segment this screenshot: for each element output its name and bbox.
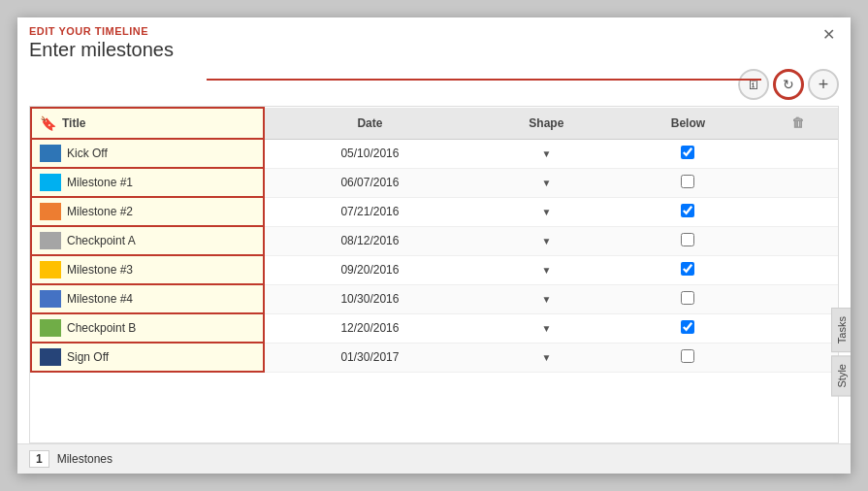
bookmark-icon: 🔖 bbox=[40, 115, 56, 131]
delete-cell bbox=[758, 255, 838, 284]
table-row: Milestone #3 09/20/2016▼ bbox=[31, 255, 838, 284]
table-row: Milestone #2 07/21/2016▼ bbox=[31, 197, 838, 226]
color-swatch bbox=[40, 174, 61, 191]
below-checkbox[interactable] bbox=[681, 291, 694, 305]
date-cell: 07/21/2016 bbox=[264, 197, 475, 226]
table-container: 🔖 Title Date Shape Below 🗑 bbox=[29, 106, 839, 443]
delete-cell bbox=[758, 343, 838, 372]
below-cell bbox=[618, 226, 758, 255]
shape-icon[interactable]: ▼ bbox=[541, 207, 551, 217]
row-title: Checkpoint B bbox=[67, 321, 136, 335]
below-cell bbox=[618, 197, 758, 226]
title-cell: Sign Off bbox=[31, 343, 264, 372]
date-cell: 10/30/2016 bbox=[264, 284, 475, 313]
row-title: Milestone #1 bbox=[67, 176, 133, 189]
below-checkbox[interactable] bbox=[681, 175, 694, 188]
shape-icon[interactable]: ▼ bbox=[541, 352, 551, 363]
delete-col-icon[interactable]: 🗑 bbox=[791, 115, 804, 130]
row-title: Checkpoint A bbox=[67, 234, 136, 247]
title-col-label: Title bbox=[62, 116, 85, 130]
row-title: Milestone #3 bbox=[67, 263, 133, 277]
below-checkbox[interactable] bbox=[681, 262, 694, 276]
below-checkbox[interactable] bbox=[681, 233, 694, 246]
date-cell: 09/20/2016 bbox=[264, 255, 475, 284]
table-row: Checkpoint B 12/20/2016▼ bbox=[31, 313, 838, 343]
shape-cell: ▼ bbox=[475, 139, 618, 168]
shape-icon[interactable]: ▼ bbox=[541, 294, 551, 305]
below-cell bbox=[618, 168, 758, 197]
delete-cell bbox=[758, 226, 838, 255]
below-checkbox[interactable] bbox=[681, 146, 694, 159]
below-cell bbox=[618, 255, 758, 284]
date-column-header: Date bbox=[264, 108, 475, 139]
color-swatch bbox=[40, 319, 61, 337]
delete-cell bbox=[758, 313, 838, 343]
below-checkbox[interactable] bbox=[681, 320, 694, 334]
title-bar: EDIT YOUR TIMELINE Enter milestones ✕ bbox=[17, 17, 851, 65]
shape-cell: ▼ bbox=[475, 168, 618, 197]
below-checkbox[interactable] bbox=[681, 204, 694, 217]
shape-column-header: Shape bbox=[475, 108, 618, 139]
title-cell: Milestone #4 bbox=[31, 284, 264, 313]
title-cell: Kick Off bbox=[31, 139, 264, 168]
shape-icon[interactable]: ▼ bbox=[541, 236, 551, 246]
footer-count: 1 bbox=[29, 450, 49, 468]
shape-icon[interactable]: ▼ bbox=[541, 323, 551, 334]
date-cell: 12/20/2016 bbox=[264, 313, 475, 343]
shape-cell: ▼ bbox=[475, 255, 618, 284]
delete-cell bbox=[758, 139, 838, 168]
color-swatch bbox=[40, 203, 61, 220]
milestones-table: 🔖 Title Date Shape Below 🗑 bbox=[30, 107, 838, 373]
close-button[interactable]: ✕ bbox=[819, 25, 839, 44]
shape-icon[interactable]: ▼ bbox=[541, 178, 551, 188]
toolbar-row: 🗓 ↻ + bbox=[17, 65, 851, 106]
add-toolbar-button[interactable]: + bbox=[808, 69, 839, 100]
date-cell: 08/12/2016 bbox=[264, 226, 475, 255]
title-cell: Milestone #1 bbox=[31, 168, 264, 197]
below-cell bbox=[618, 343, 758, 372]
row-title: Milestone #4 bbox=[67, 292, 133, 306]
color-swatch bbox=[40, 232, 61, 249]
table-row: Kick Off 05/10/2016▼ bbox=[31, 139, 838, 168]
shape-cell: ▼ bbox=[475, 343, 618, 372]
title-cell: Checkpoint B bbox=[31, 313, 264, 343]
title-column-header: 🔖 Title bbox=[31, 108, 264, 139]
title-cell: Checkpoint A bbox=[31, 226, 264, 255]
shape-icon[interactable]: ▼ bbox=[541, 148, 551, 159]
color-swatch bbox=[40, 290, 61, 308]
table-row: Milestone #1 06/07/2016▼ bbox=[31, 168, 838, 197]
shape-icon[interactable]: ▼ bbox=[541, 265, 551, 276]
date-cell: 05/10/2016 bbox=[264, 139, 475, 168]
below-column-header: Below bbox=[618, 108, 758, 139]
shape-cell: ▼ bbox=[475, 226, 618, 255]
connector-line bbox=[207, 79, 761, 81]
below-checkbox[interactable] bbox=[681, 349, 694, 363]
side-tabs: Tasks Style bbox=[831, 308, 851, 396]
shape-cell: ▼ bbox=[475, 197, 618, 226]
shape-cell: ▼ bbox=[475, 313, 618, 343]
main-window: EDIT YOUR TIMELINE Enter milestones ✕ 🗓 … bbox=[17, 17, 851, 474]
shape-cell: ▼ bbox=[475, 284, 618, 313]
row-title: Milestone #2 bbox=[67, 205, 133, 218]
calendar-toolbar-button[interactable]: 🗓 bbox=[738, 69, 769, 100]
title-section: EDIT YOUR TIMELINE Enter milestones bbox=[29, 25, 174, 61]
below-cell bbox=[618, 284, 758, 313]
below-cell bbox=[618, 313, 758, 343]
title-cell: Milestone #2 bbox=[31, 197, 264, 226]
date-cell: 06/07/2016 bbox=[264, 168, 475, 197]
row-title: Kick Off bbox=[67, 147, 108, 160]
delete-cell bbox=[758, 284, 838, 313]
delete-column-header: 🗑 bbox=[758, 108, 838, 139]
refresh-toolbar-button[interactable]: ↻ bbox=[773, 69, 804, 100]
below-cell bbox=[618, 139, 758, 168]
row-title: Sign Off bbox=[67, 350, 109, 364]
edit-label: EDIT YOUR TIMELINE bbox=[29, 25, 174, 37]
title-cell: Milestone #3 bbox=[31, 255, 264, 284]
style-tab[interactable]: Style bbox=[831, 355, 851, 396]
delete-cell bbox=[758, 197, 838, 226]
table-row: Checkpoint A 08/12/2016▼ bbox=[31, 226, 838, 255]
delete-cell bbox=[758, 168, 838, 197]
tasks-tab[interactable]: Tasks bbox=[831, 308, 851, 352]
footer-bar: 1 Milestones bbox=[17, 443, 851, 474]
subtitle: Enter milestones bbox=[29, 39, 174, 61]
